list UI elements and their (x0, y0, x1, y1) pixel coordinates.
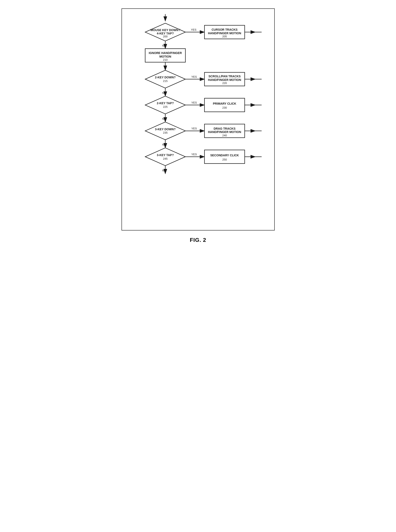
node-250-label: SECONDARY CLICK (210, 154, 239, 157)
node-210-label: IGNORE HAND/FINGER (149, 51, 182, 55)
node-230-number: 230 (222, 106, 227, 109)
no-label-200: NO (162, 44, 166, 47)
node-235-label: 3-KEY DOWN? (155, 127, 176, 131)
node-205-label: CURSOR TRACKS (211, 28, 238, 31)
node-205-number: 205 (222, 35, 227, 38)
yes-label-235: YES (191, 127, 197, 130)
node-210-label2: MOTION (159, 55, 171, 58)
node-235-shape (145, 122, 185, 140)
node-235-number: 235 (163, 131, 168, 134)
node-240-label: DRAG TRACKS (213, 127, 235, 130)
node-240-number: 240 (222, 134, 227, 137)
yes-label-215: YES (191, 75, 197, 78)
page-container: MOUSE KEY DOWN / 4-KEY TAP? 200 YES CURS… (119, 4, 277, 247)
node-245-label: 3-KEY TAP? (157, 153, 174, 157)
diagram-border: MOUSE KEY DOWN / 4-KEY TAP? 200 YES CURS… (122, 8, 275, 231)
node-230-label: PRIMARY CLICK (213, 102, 236, 105)
node-200-label: MOUSE KEY DOWN / (151, 28, 180, 32)
node-200-label2: 4-KEY TAP? (157, 32, 174, 35)
node-205-label2: HAND/FINGER MOTION (208, 31, 241, 35)
yes-label-200: YES (191, 28, 196, 31)
fig-label: FIG. 2 (119, 237, 277, 243)
node-225-label: 2-KEY TAP? (157, 102, 174, 105)
node-215-number: 215 (163, 79, 168, 83)
node-225-number: 225 (163, 105, 168, 108)
no-label-215: NO (162, 91, 166, 95)
flowchart-svg: MOUSE KEY DOWN / 4-KEY TAP? 200 YES CURS… (126, 13, 270, 225)
no-label-225: NO (162, 117, 166, 120)
node-220-label2: HAND/FINGER MOTION (208, 78, 241, 82)
no-label-235: NO (162, 143, 166, 146)
yes-label-225: YES (191, 101, 197, 104)
node-200-number: 200 (163, 35, 168, 38)
node-245-number: 245 (163, 157, 168, 160)
node-215-label: 2-KEY DOWN? (155, 76, 176, 79)
node-240-label2: HAND/FINGER MOTION (208, 130, 241, 134)
node-215-shape (145, 70, 185, 88)
yes-label-245: YES (191, 153, 197, 156)
node-225-shape (145, 96, 185, 114)
no-label-245: NO (162, 169, 166, 172)
node-245-shape (145, 148, 185, 166)
node-250-number: 250 (222, 158, 227, 161)
node-210-number: 210 (163, 58, 168, 61)
node-220-number: 220 (222, 82, 227, 85)
node-220-label: SCROLL/PAN TRACKS (208, 75, 240, 78)
